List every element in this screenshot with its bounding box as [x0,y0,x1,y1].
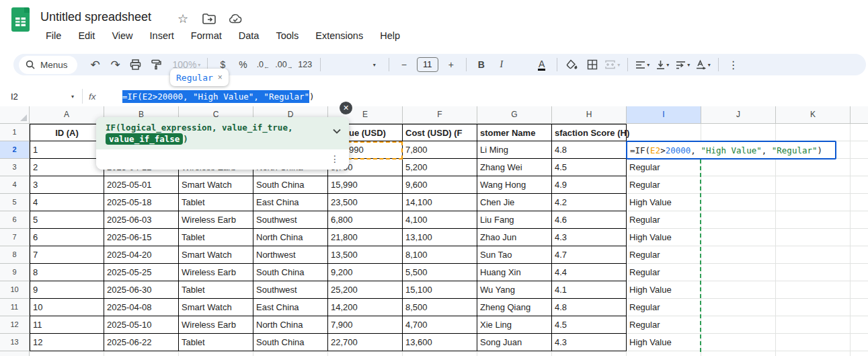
cell-I8[interactable]: Regular [627,246,701,264]
row-header-4[interactable]: 4 [0,176,30,194]
cell-C4[interactable]: Smart Watch [179,176,253,194]
row-header-1[interactable]: 1 [0,124,30,141]
cell-G2[interactable]: Li Ming [477,141,552,159]
cell-K13[interactable] [776,334,851,351]
cell-X4[interactable] [851,176,868,194]
cell-I11[interactable]: Regular [627,299,701,316]
cell-K14[interactable] [776,351,851,356]
cell-B5[interactable]: 2025-05-18 [104,194,179,211]
cell-A12[interactable]: 11 [30,316,104,334]
more-formats-button[interactable]: 123 [297,56,313,73]
menu-insert[interactable]: Insert [145,29,180,42]
cell-G12[interactable]: Xie Ling [477,316,552,334]
cell-B4[interactable]: 2025-05-01 [104,176,179,194]
cell-H1[interactable]: sfaction Score (H) [552,124,627,141]
cell-B14[interactable] [104,351,179,356]
menu-tools[interactable]: Tools [270,29,304,42]
cell-H9[interactable]: 4.4 [552,264,627,281]
cell-B12[interactable]: 2025-05-10 [104,316,179,334]
cell-J9[interactable] [701,264,776,281]
cell-C6[interactable]: Wireless Earb [179,211,253,229]
menus-search-button[interactable]: Menus [19,56,77,74]
cell-G5[interactable]: Chen Jie [477,194,552,211]
cell-A6[interactable]: 5 [30,211,104,229]
cell-G6[interactable]: Liu Fang [477,211,552,229]
decrease-decimal-button[interactable]: .0← [255,56,271,73]
row-header-14[interactable] [0,351,30,356]
cell-H3[interactable]: 4.5 [552,159,627,176]
cell-K5[interactable] [776,194,851,211]
cell-J1[interactable] [701,124,776,141]
column-header-G[interactable]: G [477,106,552,124]
cell-A7[interactable]: 6 [30,229,104,246]
cell-D13[interactable]: South China [253,334,328,351]
increase-font-size-button[interactable]: + [443,56,459,73]
column-header-F[interactable]: F [403,106,477,124]
text-color-button[interactable]: A [534,56,550,73]
move-folder-icon[interactable] [202,12,216,26]
cell-X7[interactable] [851,229,868,246]
cell-D4[interactable]: South China [253,176,328,194]
bold-button[interactable]: B [473,56,489,73]
cell-X8[interactable] [851,246,868,264]
cell-G10[interactable]: Wu Yang [477,281,552,299]
cell-H14[interactable] [552,351,627,356]
cell-E5[interactable]: 23,500 [328,194,403,211]
cell-C9[interactable]: Wireless Earb [179,264,253,281]
cell-A4[interactable]: 3 [30,176,104,194]
redo-button[interactable]: ↷ [108,56,124,73]
column-header-J[interactable]: J [701,106,776,124]
menu-extensions[interactable]: Extensions [310,29,368,42]
row-header-11[interactable]: 11 [0,299,30,316]
vertical-align-button[interactable]: ▾ [655,56,671,73]
font-size-input[interactable]: 11 [417,57,438,72]
cell-F4[interactable]: 9,600 [403,176,477,194]
column-header-I[interactable]: I [627,106,701,124]
cell-K6[interactable] [776,211,851,229]
cell-I6[interactable]: Regular [627,211,701,229]
undo-button[interactable]: ↶ [87,56,104,73]
cell-F14[interactable] [403,351,477,356]
cell-G13[interactable]: Song Juan [477,334,552,351]
font-select[interactable]: ▾ [366,56,382,73]
cell-K12[interactable] [776,316,851,334]
select-all-corner[interactable] [0,106,30,124]
document-title[interactable]: Untitled spreadsheet [40,10,151,24]
row-header-2[interactable]: 2 [0,141,30,159]
text-rotation-button[interactable]: ▾ [695,56,711,73]
cell-I5[interactable]: High Value [627,194,701,211]
cell-I13[interactable]: High Value [627,334,701,351]
cell-F13[interactable]: 13,600 [403,334,477,351]
cell-G11[interactable]: Zheng Qiang [477,299,552,316]
menu-file[interactable]: File [40,29,67,42]
cell-B9[interactable]: 2025-05-25 [104,264,179,281]
horizontal-align-button[interactable]: ▾ [635,56,651,73]
cell-E7[interactable]: 21,800 [328,229,403,246]
collapse-chevron-icon[interactable] [333,125,341,137]
cell-D10[interactable]: Southwest [253,281,328,299]
more-toolbar-button[interactable]: ⋮ [725,56,742,73]
cell-A1[interactable]: ID (A) [30,124,104,141]
cell-G4[interactable]: Wang Hong [477,176,552,194]
row-header-6[interactable]: 6 [0,211,30,229]
cell-B11[interactable]: 2025-04-08 [104,299,179,316]
cell-H12[interactable]: 4.5 [552,316,627,334]
cell-F10[interactable]: 15,100 [403,281,477,299]
menu-data[interactable]: Data [233,29,265,42]
row-header-8[interactable]: 8 [0,246,30,264]
cell-F7[interactable]: 13,100 [403,229,477,246]
cell-J7[interactable] [701,229,776,246]
increase-decimal-button[interactable]: .00→ [275,56,292,73]
cell-E13[interactable]: 22,700 [328,334,403,351]
cell-H5[interactable]: 4.2 [552,194,627,211]
row-header-13[interactable]: 13 [0,334,30,351]
menu-help[interactable]: Help [374,29,405,42]
cell-K4[interactable] [776,176,851,194]
cell-H8[interactable]: 4.7 [552,246,627,264]
cell-J6[interactable] [701,211,776,229]
column-header-K[interactable]: K [776,106,851,124]
cell-G1[interactable]: stomer Name [477,124,552,141]
cell-G8[interactable]: Sun Tao [477,246,552,264]
cell-J14[interactable] [701,351,776,356]
cell-D5[interactable]: East China [253,194,328,211]
